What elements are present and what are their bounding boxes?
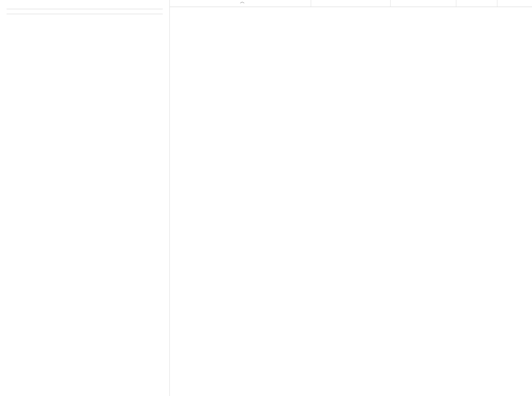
column-header-date[interactable] (311, 0, 391, 7)
file-list[interactable] (170, 7, 532, 396)
navigation-sidebar[interactable] (0, 0, 170, 396)
column-header-size[interactable] (456, 0, 497, 7)
file-list-panel: ︿ (170, 0, 532, 396)
sort-indicator-icon: ︿ (240, 0, 245, 5)
divider (7, 14, 163, 14)
column-header-type[interactable] (391, 0, 456, 7)
columns-header: ︿ (170, 0, 532, 7)
divider (7, 9, 163, 9)
